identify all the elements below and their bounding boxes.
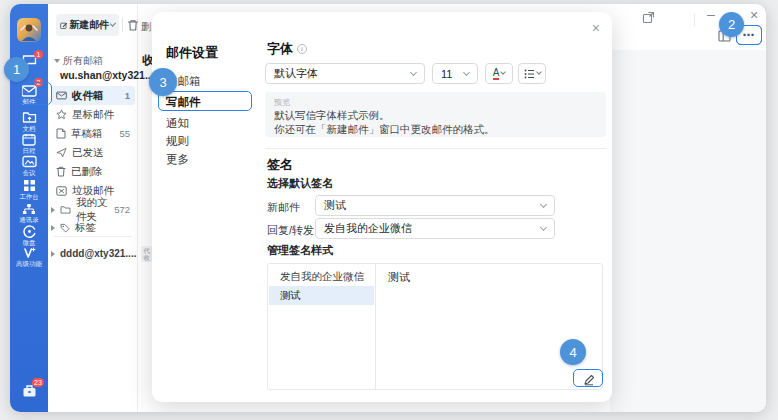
chevron-down-icon bbox=[536, 69, 542, 75]
font-color-button[interactable]: A bbox=[485, 63, 513, 84]
avatar[interactable] bbox=[17, 18, 41, 42]
tag-icon bbox=[60, 223, 70, 233]
mailbox-group-header[interactable]: 所有邮箱 bbox=[54, 54, 103, 68]
dialog-title: 邮件设置 bbox=[166, 44, 218, 62]
reply-forward-signature-select[interactable]: 发自我的企业微信 bbox=[315, 218, 555, 239]
sidebar-item-label: 微盘 bbox=[10, 239, 48, 246]
font-section-heading: 字体i bbox=[267, 40, 307, 58]
send-icon bbox=[56, 147, 67, 158]
callout-step-1: 1 bbox=[4, 57, 29, 82]
docs-icon bbox=[22, 111, 37, 124]
sidebar-item-meeting[interactable]: 会议 bbox=[10, 155, 48, 176]
chevron-down-icon bbox=[463, 68, 470, 75]
caret-right-icon bbox=[51, 225, 55, 231]
folder-label: 收件箱 bbox=[72, 89, 104, 103]
sidebar-item-mail[interactable]: 邮件 bbox=[10, 85, 48, 105]
draft-icon bbox=[56, 128, 66, 139]
folder-label: 标签 bbox=[75, 221, 96, 235]
star-icon bbox=[56, 109, 67, 120]
trash-icon[interactable] bbox=[127, 19, 139, 32]
sidebar-item-drive[interactable]: 微盘 bbox=[10, 225, 48, 246]
apps-bottom-badge: 23 bbox=[32, 378, 44, 387]
font-size-select[interactable]: 11 bbox=[432, 63, 478, 84]
font-size-value: 11 bbox=[441, 68, 452, 80]
signature-heading: 签名 bbox=[267, 156, 293, 174]
titlebar-divider bbox=[694, 14, 695, 26]
tab-rules[interactable]: 规则 bbox=[166, 134, 189, 149]
new-mail-signature-select[interactable]: 测试 bbox=[315, 195, 555, 216]
meeting-icon bbox=[22, 155, 37, 168]
choose-default-signature-heading: 选择默认签名 bbox=[267, 176, 333, 191]
sidebar-item-calendar[interactable]: 日程 bbox=[10, 133, 48, 154]
popout-icon[interactable] bbox=[642, 11, 655, 24]
tab-notifications[interactable]: 通知 bbox=[166, 116, 189, 131]
new-mail-label: 新邮件 bbox=[267, 200, 300, 215]
inbox-icon bbox=[56, 91, 67, 100]
folder-starred[interactable]: 星标邮件 bbox=[51, 105, 135, 124]
sidebar-item-apps-bottom[interactable] bbox=[10, 384, 48, 398]
sidebar-item-label: 文档 bbox=[10, 125, 48, 132]
folder-deleted[interactable]: 已删除 bbox=[51, 162, 135, 181]
sidebar-item-workspace[interactable]: 工作台 bbox=[10, 179, 48, 200]
account-email[interactable]: wu.shan@xty321.... bbox=[60, 69, 157, 81]
new-mail-signature-value: 测试 bbox=[324, 198, 346, 213]
font-preview-box: 预览 默认写信字体样式示例。 你还可在「新建邮件」窗口中更改邮件的格式。 bbox=[265, 92, 606, 137]
calendar-icon bbox=[22, 133, 36, 146]
v-plus-icon bbox=[22, 247, 36, 259]
tab-compose-mail[interactable]: 写邮件 bbox=[166, 95, 201, 110]
folder-count: 55 bbox=[119, 128, 130, 139]
junk-icon bbox=[56, 186, 67, 196]
close-button[interactable]: × bbox=[750, 7, 758, 23]
sidebar-item-label: 日程 bbox=[10, 147, 48, 154]
section-divider bbox=[265, 148, 606, 149]
callout-step-2: 2 bbox=[719, 12, 744, 37]
callout-step-4: 4 bbox=[560, 339, 586, 365]
preview-line-1: 默认写信字体样式示例。 bbox=[274, 108, 597, 122]
mail-settings-dialog: × 邮件设置 收邮箱 写邮件 通知 规则 更多 字体i 默认字体 11 A bbox=[152, 12, 612, 402]
mail-badge: 2 bbox=[34, 78, 43, 87]
account-type-badge: 代收 bbox=[141, 246, 152, 262]
sidebar-item-contacts[interactable]: 通讯录 bbox=[10, 203, 48, 223]
reply-forward-signature-value: 发自我的企业微信 bbox=[324, 221, 412, 236]
tab-more[interactable]: 更多 bbox=[166, 152, 189, 167]
font-family-select[interactable]: 默认字体 bbox=[265, 63, 425, 84]
secondary-account[interactable]: dddd@xty321.... 代收 bbox=[51, 244, 135, 263]
edit-pencil-icon[interactable] bbox=[583, 374, 595, 386]
folder-label: 星标邮件 bbox=[72, 108, 114, 122]
messages-badge: 1 bbox=[34, 50, 43, 59]
compose-button[interactable]: 新建邮件 bbox=[56, 14, 119, 36]
folder-label: 草稿箱 bbox=[71, 127, 103, 141]
signature-list-item[interactable]: 发自我的企业微信 bbox=[269, 267, 374, 286]
group-label: 所有邮箱 bbox=[63, 54, 103, 68]
sidebar-item-docs[interactable]: 文档 bbox=[10, 111, 48, 132]
reply-forward-label: 回复/转发 bbox=[267, 223, 314, 238]
app-window: 1 邮件 2 文档 日程 bbox=[10, 4, 766, 412]
drive-disk-icon bbox=[23, 225, 36, 238]
delete-label-partial[interactable]: 删 bbox=[141, 20, 152, 34]
folder-tags[interactable]: 标签 bbox=[51, 218, 135, 237]
sidebar-item-label: 会议 bbox=[10, 169, 48, 176]
folder-count: 1 bbox=[125, 90, 130, 101]
minimize-button[interactable]: – bbox=[707, 6, 715, 22]
grid-icon bbox=[23, 179, 36, 192]
sidebar-item-advanced[interactable]: 高级功能 bbox=[10, 247, 48, 267]
folder-inbox[interactable]: 收件箱 1 bbox=[51, 86, 135, 105]
person-photo-icon bbox=[19, 21, 39, 41]
preview-line-2: 你还可在「新建邮件」窗口中更改邮件的格式。 bbox=[274, 122, 597, 136]
signature-list: 发自我的企业微信 测试 bbox=[268, 264, 376, 389]
folder-sent[interactable]: 已发送 bbox=[51, 143, 135, 162]
dialog-close-icon[interactable]: × bbox=[592, 20, 600, 36]
folder-drafts[interactable]: 草稿箱 55 bbox=[51, 124, 135, 143]
folder-icon bbox=[60, 205, 71, 214]
font-heading-text: 字体 bbox=[267, 41, 293, 56]
signature-manager-panel: 发自我的企业微信 测试 测试 bbox=[267, 263, 603, 390]
sidebar-item-label: 工作台 bbox=[10, 193, 48, 200]
panel-divider bbox=[54, 236, 132, 237]
folder-myfolders[interactable]: 我的文件夹 572 bbox=[51, 200, 135, 219]
reading-pane bbox=[610, 50, 766, 412]
signature-list-item-selected[interactable]: 测试 bbox=[269, 286, 374, 305]
info-icon[interactable]: i bbox=[297, 44, 307, 54]
signature-preview-text: 测试 bbox=[388, 270, 410, 285]
numbered-list-icon bbox=[524, 69, 535, 79]
list-style-button[interactable] bbox=[518, 63, 546, 84]
